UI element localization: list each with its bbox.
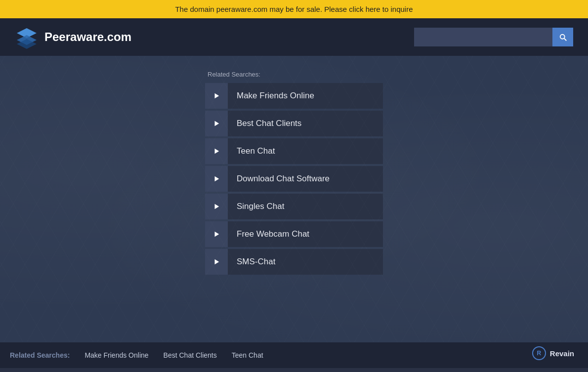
play-icon	[213, 120, 220, 127]
search-item-arrow-icon	[205, 166, 228, 192]
search-item-label: SMS-Chat	[228, 249, 383, 275]
search-item-label: Singles Chat	[228, 194, 383, 219]
logo-container: Peeraware.com	[15, 25, 131, 49]
svg-marker-8	[215, 232, 219, 237]
search-item[interactable]: Download Chat Software	[205, 166, 383, 192]
search-item[interactable]: Best Chat Clients	[205, 111, 383, 136]
footer-link[interactable]: Teen Chat	[232, 351, 263, 359]
svg-marker-6	[215, 176, 219, 182]
play-icon	[213, 203, 220, 210]
search-button[interactable]	[552, 28, 573, 46]
search-item-label: Teen Chat	[228, 138, 383, 164]
revain-icon: R	[532, 346, 546, 360]
footer-bar: Related Searches: Make Friends OnlineBes…	[0, 342, 588, 368]
search-icon	[558, 33, 567, 41]
site-title: Peeraware.com	[44, 30, 131, 44]
svg-marker-4	[215, 121, 219, 126]
search-item-arrow-icon	[205, 138, 228, 164]
footer-related-label: Related Searches:	[10, 351, 70, 359]
search-item-arrow-icon	[205, 83, 228, 109]
search-item-label: Make Friends Online	[228, 83, 383, 109]
search-item-label: Free Webcam Chat	[228, 221, 383, 247]
search-item[interactable]: Singles Chat	[205, 194, 383, 219]
play-icon	[213, 148, 220, 155]
search-item-arrow-icon	[205, 221, 228, 247]
logo-icon	[15, 25, 39, 49]
search-items-container: Make Friends OnlineBest Chat ClientsTeen…	[205, 83, 383, 275]
svg-marker-5	[215, 149, 219, 154]
svg-marker-7	[215, 204, 219, 209]
revain-text: Revain	[550, 349, 574, 358]
play-icon	[213, 258, 220, 265]
revain-badge[interactable]: R Revain	[526, 342, 580, 364]
search-item-arrow-icon	[205, 194, 228, 219]
main-content: Related Searches: Make Friends OnlineBes…	[0, 56, 588, 342]
search-input[interactable]	[414, 28, 552, 46]
play-icon	[213, 175, 220, 182]
search-item[interactable]: Make Friends Online	[205, 83, 383, 109]
header: Peeraware.com	[0, 18, 588, 56]
play-icon	[213, 92, 220, 99]
svg-marker-9	[215, 259, 219, 265]
search-item[interactable]: Free Webcam Chat	[205, 221, 383, 247]
svg-marker-3	[215, 93, 219, 99]
search-item[interactable]: SMS-Chat	[205, 249, 383, 275]
search-container	[414, 28, 573, 46]
footer-link[interactable]: Make Friends Online	[84, 351, 148, 359]
search-item-arrow-icon	[205, 249, 228, 275]
search-item-arrow-icon	[205, 111, 228, 136]
search-item-label: Best Chat Clients	[228, 111, 383, 136]
related-searches-heading: Related Searches:	[208, 71, 588, 78]
footer-link[interactable]: Best Chat Clients	[164, 351, 217, 359]
sale-banner[interactable]: The domain peeraware.com may be for sale…	[0, 0, 588, 18]
search-item-label: Download Chat Software	[228, 166, 383, 192]
search-item[interactable]: Teen Chat	[205, 138, 383, 164]
play-icon	[213, 231, 220, 238]
